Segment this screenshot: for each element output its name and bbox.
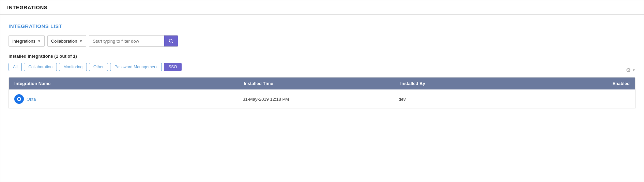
col-name-cell: Okta bbox=[9, 93, 237, 105]
page-title: INTEGRATIONS bbox=[7, 4, 637, 10]
search-wrapper bbox=[89, 35, 178, 47]
page-header: INTEGRATIONS bbox=[0, 0, 644, 15]
integrations-dropdown-label: Integrations bbox=[12, 39, 35, 44]
col-header-by: Installed By bbox=[395, 78, 552, 89]
section-title: INTEGRATIONS LIST bbox=[9, 23, 635, 29]
filter-tab-password-management[interactable]: Password Management bbox=[110, 63, 162, 71]
col-header-name: Integration Name bbox=[9, 78, 238, 89]
filter-tab-monitoring[interactable]: Monitoring bbox=[59, 63, 87, 71]
filter-tab-all[interactable]: All bbox=[9, 63, 22, 71]
filter-tab-collaboration[interactable]: Collaboration bbox=[24, 63, 57, 71]
filter-tabs: AllCollaborationMonitoringOtherPassword … bbox=[9, 63, 182, 71]
collaboration-dropdown[interactable]: Collaboration ▼ bbox=[47, 35, 87, 47]
table-row: Okta31-May-2019 12:18 PMdev bbox=[9, 89, 635, 109]
col-header-time: Installed Time bbox=[238, 78, 395, 89]
col-enabled bbox=[549, 98, 635, 100]
table-wrapper: Integration Name Installed Time Installe… bbox=[9, 77, 635, 109]
search-icon bbox=[168, 38, 174, 44]
filter-tab-sso[interactable]: SSO bbox=[164, 63, 181, 71]
filter-tabs-row: AllCollaborationMonitoringOtherPassword … bbox=[9, 63, 635, 77]
col-installed-time: 31-May-2019 12:18 PM bbox=[237, 95, 393, 103]
search-input[interactable] bbox=[89, 37, 164, 45]
collaboration-dropdown-label: Collaboration bbox=[51, 39, 77, 44]
content-area: INTEGRATIONS LIST Integrations ▼ Collabo… bbox=[0, 15, 644, 117]
filters-row: Integrations ▼ Collaboration ▼ bbox=[9, 35, 635, 47]
svg-point-2 bbox=[18, 98, 20, 100]
filter-tab-other[interactable]: Other bbox=[89, 63, 108, 71]
okta-icon bbox=[14, 94, 24, 104]
page-wrapper: INTEGRATIONS INTEGRATIONS LIST Integrati… bbox=[0, 0, 644, 182]
integration-name[interactable]: Okta bbox=[27, 97, 36, 102]
col-header-enabled: Enabled bbox=[551, 78, 635, 89]
col-installed-by: dev bbox=[393, 95, 549, 103]
gear-icon[interactable]: ⚙ bbox=[626, 67, 631, 73]
search-button[interactable] bbox=[164, 35, 178, 47]
table-header: Integration Name Installed Time Installe… bbox=[9, 78, 635, 89]
installed-label: Installed Integrations (1 out of 1) bbox=[9, 54, 635, 59]
settings-dropdown-arrow[interactable]: ▼ bbox=[632, 68, 635, 72]
settings-area: ⚙ ▼ bbox=[626, 67, 635, 73]
integrations-dropdown[interactable]: Integrations ▼ bbox=[9, 35, 45, 47]
table-body: Okta31-May-2019 12:18 PMdev bbox=[9, 89, 635, 109]
integrations-dropdown-arrow: ▼ bbox=[37, 39, 41, 43]
collaboration-dropdown-arrow: ▼ bbox=[79, 39, 82, 43]
